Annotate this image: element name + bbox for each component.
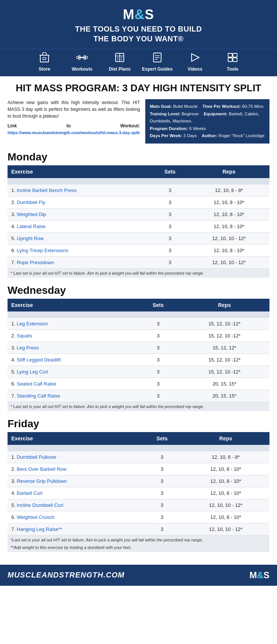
footer-site-name: MUSCLEANDSTRENGTH.COM [8, 571, 125, 579]
table-row: 2. Dumbbell Fly 3 12, 10, 8 - 10* [8, 196, 269, 208]
exercise-link[interactable]: Reverse Grip Pulldown [17, 478, 67, 484]
exercise-sets: 3 [137, 354, 180, 366]
exercise-reps: 15, 12, 10 -12* [180, 330, 269, 342]
exercise-link[interactable]: Stiff Legged Deadlift [17, 357, 61, 363]
svg-marker-18 [192, 54, 199, 61]
videos-icon [189, 52, 201, 65]
friday-table: Exercise Sets Reps 1. Dumbbell Pullover … [8, 432, 269, 535]
exercise-name: 7. Hanging Leg Raise** [8, 523, 142, 535]
nav-expert-guides[interactable]: Expert Guides [138, 52, 176, 72]
main-content: HIT MASS PROGRAM: 3 DAY HIGH INTENSITY S… [0, 76, 277, 565]
friday-reps-header: Reps [182, 432, 269, 445]
wednesday-table: Exercise Sets Reps 1. Leg Extension 3 15… [8, 299, 269, 402]
tools-label: Tools [227, 67, 238, 72]
exercise-name: 6. Lying Tricep Extensions [8, 244, 152, 256]
exercise-name: 3. Reverse Grip Pulldown [8, 475, 142, 487]
svg-rect-19 [228, 53, 232, 57]
author-value: Roger "Rock" Lockridge [219, 133, 265, 138]
exercise-reps: 12, 10, 8 - 10* [189, 244, 269, 256]
exercise-link[interactable]: Squats [17, 333, 32, 339]
exercise-reps: 12, 10, 10 - 12* [189, 256, 269, 268]
exercise-link[interactable]: Weighted Dip [17, 212, 46, 217]
monday-header-row: Exercise Sets Reps [8, 165, 269, 178]
exercise-name: 6. Seated Calf Raise [8, 378, 137, 390]
svg-rect-22 [233, 58, 237, 62]
exercise-sets: 3 [152, 256, 189, 268]
exercise-link[interactable]: Rope Pressdown [17, 260, 54, 265]
exercise-link[interactable]: Leg Press [17, 345, 39, 351]
exercise-reps: 12, 10, 8 - 10* [182, 463, 269, 475]
exercise-link[interactable]: Dumbbell Pullover [17, 454, 56, 460]
exercise-reps: 12, 10, 8 - 10* [182, 487, 269, 499]
table-row: 3. Weighted Dip 3 12, 10, 8 - 10* [8, 208, 269, 220]
nav-tools[interactable]: Tools [214, 52, 251, 72]
exercise-sets: 3 [142, 487, 182, 499]
wednesday-sets-header: Sets [137, 299, 180, 311]
exercise-sets: 3 [142, 475, 182, 487]
svg-rect-1 [43, 57, 46, 60]
friday-title: Friday [8, 418, 269, 430]
exercise-name: 2. Squats [8, 330, 137, 342]
exercise-name: 5. Incline Dumbbell Curl [8, 499, 142, 511]
exercise-name: 1. Incline Barbell Bench Press [8, 184, 152, 196]
program-duration-label: Program Duration: [150, 126, 188, 131]
exercise-link[interactable]: Lying Tricep Extensions [17, 248, 68, 253]
monday-sets-header: Sets [152, 165, 189, 178]
wednesday-blank-row [8, 311, 269, 318]
exercise-name: 5. Upright Row [8, 232, 152, 244]
nav-videos[interactable]: Videos [176, 52, 214, 72]
tagline-line1: THE TOOLS YOU NEED TO BUILD [75, 25, 202, 33]
exercise-reps: 12, 10, 10 - 12* [182, 499, 269, 511]
friday-header-row: Exercise Sets Reps [8, 432, 269, 445]
site-logo: M&S [8, 7, 269, 23]
exercise-reps: 12, 10, 8 - 10* [189, 220, 269, 232]
table-row: 6. Weighted Crunch 3 12, 10, 8 - 10* [8, 511, 269, 523]
table-row: 2. Squats 3 15, 12, 10 -12* [8, 330, 269, 342]
exercise-link[interactable]: Bent Over Barbell Row [17, 466, 66, 472]
exercise-link[interactable]: Lateral Raise [17, 224, 46, 229]
exercise-link[interactable]: Seated Calf Raise [17, 381, 56, 387]
exercise-name: 2. Dumbbell Fly [8, 196, 152, 208]
program-duration-value: 6 Weeks [189, 126, 206, 131]
workout-link[interactable]: https://www.muscleandstrength.com/workou… [8, 130, 140, 135]
nav-diet-plans[interactable]: Diet Plans [101, 52, 138, 72]
table-row: 6. Seated Calf Raise 3 20, 15, 15* [8, 378, 269, 390]
exercise-link[interactable]: Upright Row [17, 236, 44, 241]
description-text: Achieve new gains with this high intensi… [8, 99, 140, 119]
exercise-link[interactable]: Incline Barbell Bench Press [17, 187, 76, 193]
exercise-link[interactable]: Incline Dumbbell Curl [17, 502, 63, 508]
exercise-name: 2. Bent Over Barbell Row [8, 463, 142, 475]
table-row: 4. Barbell Curl 3 12, 10, 8 - 10* [8, 487, 269, 499]
friday-sets-header: Sets [142, 432, 182, 445]
time-label: Time Per Workout: [202, 104, 241, 109]
exercise-link[interactable]: Barbell Curl [17, 490, 42, 496]
workouts-label: Workouts [72, 67, 92, 72]
exercise-name: 4. Barbell Curl [8, 487, 142, 499]
exercise-reps: 12, 10, 8 - 10* [189, 196, 269, 208]
table-row: 4. Lateral Raise 3 12, 10, 8 - 10* [8, 220, 269, 232]
wednesday-exercise-header: Exercise [8, 299, 137, 311]
exercise-name: 3. Weighted Dip [8, 208, 152, 220]
main-goal-label: Main Goal: [150, 104, 172, 109]
friday-blank-row [8, 445, 269, 451]
exercise-link[interactable]: Standing Calf Raise [17, 393, 60, 399]
exercise-link[interactable]: Hanging Leg Raise** [17, 526, 62, 532]
exercise-name: 4. Stiff Legged Deadlift [8, 354, 137, 366]
exercise-reps: 12, 10, 6 - 8* [182, 451, 269, 463]
expert-guides-label: Expert Guides [142, 67, 172, 72]
table-row: 5. Upright Row 3 12, 10, 10 - 12* [8, 232, 269, 244]
exercise-link[interactable]: Lying Leg Curl [17, 369, 48, 375]
program-stats-box: Main Goal: Build Muscle Time Per Workout… [145, 99, 269, 144]
main-goal-value: Build Muscle [173, 104, 198, 109]
exercise-link[interactable]: Weighted Crunch [17, 514, 54, 520]
site-tagline: THE TOOLS YOU NEED TO BUILD THE BODY YOU… [8, 24, 269, 44]
workouts-icon [76, 52, 88, 65]
exercise-name: 1. Leg Extension [8, 317, 137, 330]
nav-workouts[interactable]: Workouts [63, 52, 101, 72]
exercise-link[interactable]: Leg Extension [17, 321, 47, 327]
exercise-sets: 3 [137, 366, 180, 378]
exercise-link[interactable]: Dumbbell Fly [17, 200, 45, 205]
friday-section: Friday Exercise Sets Reps 1. Dumbbell Pu… [8, 418, 269, 552]
exercise-name: 5. Lying Leg Curl [8, 366, 137, 378]
nav-store[interactable]: Store [26, 52, 63, 72]
